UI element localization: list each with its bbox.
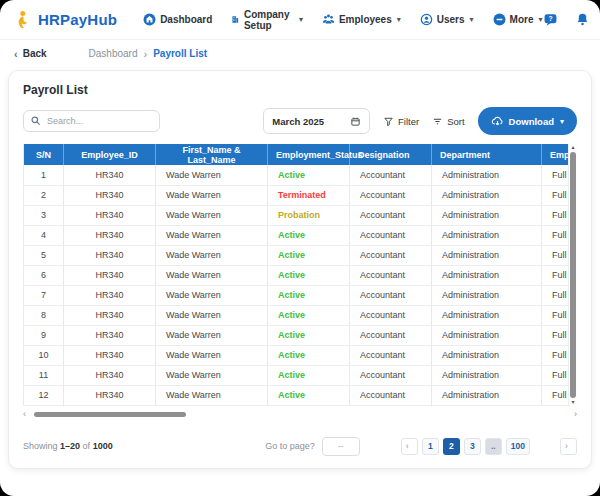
cell-name: Wade Warren bbox=[156, 345, 268, 365]
cell-designation: Accountant bbox=[350, 225, 432, 245]
cell-designation: Accountant bbox=[350, 285, 432, 305]
nav-more-label: More bbox=[510, 14, 534, 25]
cell-name: Wade Warren bbox=[156, 165, 268, 185]
nav-dashboard[interactable]: Dashboard bbox=[143, 13, 212, 26]
chevron-down-icon: ▾ bbox=[560, 117, 564, 126]
table-row[interactable]: 4HR340Wade WarrenActiveAccountantAdminis… bbox=[24, 225, 578, 245]
table-row[interactable]: 10HR340Wade WarrenActiveAccountantAdmini… bbox=[24, 345, 578, 365]
cell-department: Administration bbox=[432, 165, 542, 185]
cell-name: Wade Warren bbox=[156, 365, 268, 385]
cell-employee_id: HR340 bbox=[64, 165, 156, 185]
cell-department: Administration bbox=[432, 225, 542, 245]
back-button[interactable]: ‹ Back bbox=[14, 48, 47, 60]
payroll-table-viewport: S/NEmployee_IDFirst_Name & Last_NameEmpl… bbox=[23, 144, 577, 406]
table-row[interactable]: 2HR340Wade WarrenTerminatedAccountantAdm… bbox=[24, 185, 578, 205]
table-row[interactable]: 7HR340Wade WarrenActiveAccountantAdminis… bbox=[24, 285, 578, 305]
scroll-right-arrow-icon[interactable]: › bbox=[574, 408, 577, 421]
month-picker[interactable]: March 2025 bbox=[263, 108, 370, 134]
horizontal-scrollbar[interactable]: ‹ › bbox=[23, 408, 577, 421]
cell-status: Active bbox=[268, 365, 350, 385]
cell-department: Administration bbox=[432, 325, 542, 345]
cell-status: Active bbox=[268, 305, 350, 325]
nav-employees[interactable]: Employees ▾ bbox=[322, 13, 401, 26]
app-logo[interactable]: HRPayHub bbox=[14, 9, 117, 31]
page-button-2[interactable]: 2 bbox=[443, 438, 460, 455]
chevron-left-icon: ‹ bbox=[14, 48, 18, 60]
cell-employee_id: HR340 bbox=[64, 305, 156, 325]
cell-sn: 8 bbox=[24, 305, 64, 325]
vertical-scroll-thumb[interactable] bbox=[570, 152, 576, 398]
scroll-left-arrow-icon[interactable]: ‹ bbox=[23, 408, 26, 421]
nav-more[interactable]: More ▾ bbox=[493, 13, 543, 26]
breadcrumb-current: Payroll List bbox=[153, 48, 207, 59]
cell-name: Wade Warren bbox=[156, 265, 268, 285]
search-input[interactable] bbox=[23, 110, 160, 132]
horizontal-scroll-thumb[interactable] bbox=[34, 412, 186, 417]
scroll-up-arrow-icon[interactable]: ▴ bbox=[571, 144, 574, 151]
sort-label: Sort bbox=[447, 116, 464, 127]
page-button-3[interactable]: 3 bbox=[464, 438, 481, 455]
column-header: Designation bbox=[350, 144, 432, 165]
table-row[interactable]: 11HR340Wade WarrenActiveAccountantAdmini… bbox=[24, 365, 578, 385]
table-row[interactable]: 3HR340Wade WarrenProbationAccountantAdmi… bbox=[24, 205, 578, 225]
table-header-row: S/NEmployee_IDFirst_Name & Last_NameEmpl… bbox=[24, 144, 578, 165]
page-next-button[interactable]: › bbox=[560, 438, 577, 455]
table-row[interactable]: 5HR340Wade WarrenActiveAccountantAdminis… bbox=[24, 245, 578, 265]
page-button-1[interactable]: 1 bbox=[422, 438, 439, 455]
cell-department: Administration bbox=[432, 365, 542, 385]
cell-employee_id: HR340 bbox=[64, 345, 156, 365]
cell-department: Administration bbox=[432, 185, 542, 205]
breadcrumb: Dashboard › Payroll List bbox=[89, 48, 208, 60]
pagination: ‹123..100› bbox=[375, 438, 577, 455]
nav-dashboard-label: Dashboard bbox=[160, 14, 212, 25]
nav-company-setup[interactable]: Company Setup ▾ bbox=[231, 9, 303, 31]
cell-name: Wade Warren bbox=[156, 225, 268, 245]
cell-designation: Accountant bbox=[350, 385, 432, 405]
sort-button[interactable]: Sort bbox=[432, 116, 464, 127]
cell-sn: 11 bbox=[24, 365, 64, 385]
cell-name: Wade Warren bbox=[156, 205, 268, 225]
cell-status: Active bbox=[268, 225, 350, 245]
cell-employee_id: HR340 bbox=[64, 245, 156, 265]
payroll-card: Payroll List March 2025 bbox=[8, 70, 592, 469]
goto-label: Go to page? bbox=[265, 441, 315, 451]
cell-status: Active bbox=[268, 345, 350, 365]
cell-sn: 12 bbox=[24, 385, 64, 405]
back-label: Back bbox=[23, 48, 47, 59]
filter-button[interactable]: Filter bbox=[383, 116, 419, 127]
cloud-download-icon bbox=[491, 115, 504, 128]
chevron-down-icon: ▾ bbox=[299, 15, 303, 24]
cell-status: Active bbox=[268, 265, 350, 285]
cell-status: Probation bbox=[268, 205, 350, 225]
calendar-icon bbox=[350, 116, 361, 127]
cell-sn: 3 bbox=[24, 205, 64, 225]
download-button[interactable]: Download ▾ bbox=[478, 107, 577, 135]
page-ellipsis-button[interactable]: .. bbox=[485, 438, 502, 455]
table-row[interactable]: 9HR340Wade WarrenActiveAccountantAdminis… bbox=[24, 325, 578, 345]
table-row[interactable]: 12HR340Wade WarrenActiveAccountantAdmini… bbox=[24, 385, 578, 405]
bell-icon[interactable] bbox=[575, 12, 590, 27]
nav-users[interactable]: Users ▾ bbox=[420, 13, 474, 26]
filter-funnel-icon bbox=[383, 116, 394, 127]
table-row[interactable]: 6HR340Wade WarrenActiveAccountantAdminis… bbox=[24, 265, 578, 285]
table-row[interactable]: 8HR340Wade WarrenActiveAccountantAdminis… bbox=[24, 305, 578, 325]
showing-range: 1–20 bbox=[60, 441, 80, 451]
breadcrumb-dashboard[interactable]: Dashboard bbox=[89, 48, 138, 59]
column-header: Department bbox=[432, 144, 542, 165]
cell-status: Active bbox=[268, 325, 350, 345]
cell-name: Wade Warren bbox=[156, 185, 268, 205]
cell-status: Active bbox=[268, 385, 350, 405]
minus-circle-icon bbox=[493, 13, 506, 26]
filter-label: Filter bbox=[398, 116, 419, 127]
showing-label: Showing bbox=[23, 441, 58, 451]
chat-help-icon[interactable]: ? bbox=[543, 12, 558, 27]
vertical-scrollbar[interactable]: ▴ ▾ bbox=[568, 144, 577, 406]
search-icon bbox=[30, 115, 41, 126]
payroll-table: S/NEmployee_IDFirst_Name & Last_NameEmpl… bbox=[23, 144, 577, 406]
goto-page-input[interactable] bbox=[322, 437, 360, 456]
cell-name: Wade Warren bbox=[156, 305, 268, 325]
page-prev-button[interactable]: ‹ bbox=[401, 438, 418, 455]
scroll-down-arrow-icon[interactable]: ▾ bbox=[571, 399, 574, 406]
table-row[interactable]: 1HR340Wade WarrenActiveAccountantAdminis… bbox=[24, 165, 578, 185]
page-button-100[interactable]: 100 bbox=[506, 438, 530, 455]
